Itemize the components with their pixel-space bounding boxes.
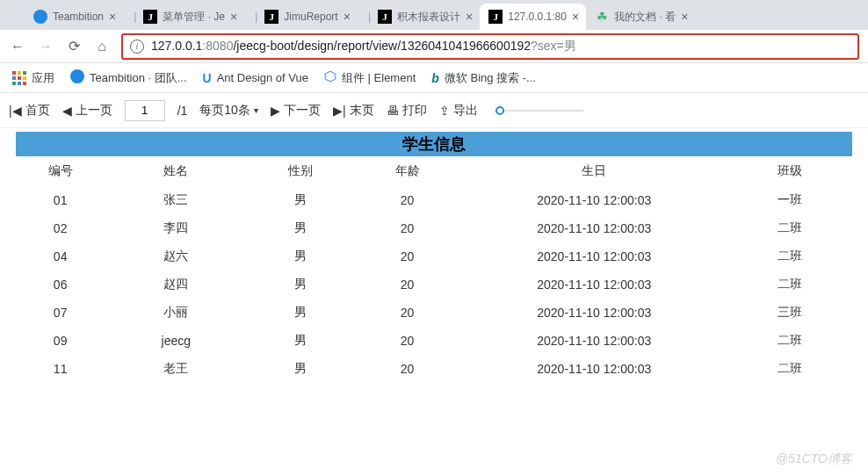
close-icon[interactable]: × (466, 10, 473, 24)
cell-sex: 男 (247, 242, 354, 270)
address-bar: ← → ⟳ ⌂ i 127.0.0.1:8080/jeecg-boot/desi… (0, 30, 868, 63)
apps-icon (12, 71, 26, 85)
col-name: 姓名 (105, 156, 247, 186)
cell-sex: 男 (247, 214, 354, 242)
cell-class: 二班 (727, 214, 852, 242)
report-area: 学生信息 编号 姓名 性别 年龄 生日 班级 01张三男202020-11-10… (0, 128, 868, 383)
bookmark-icon: U (203, 71, 212, 85)
apps-label: 应用 (32, 70, 54, 86)
tab-favicon: J (264, 10, 278, 24)
cell-birthday: 2020-11-10 12:00:03 (460, 270, 727, 299)
watermark: @51CTO博客 (776, 451, 852, 467)
table-row: 07小丽男202020-11-10 12:00:03三班 (16, 299, 852, 327)
cell-sex: 男 (247, 270, 354, 299)
cell-id: 07 (16, 299, 105, 327)
tab-label: Teambition (53, 11, 104, 23)
report-table: 编号 姓名 性别 年龄 生日 班级 01张三男202020-11-10 12:0… (16, 156, 852, 383)
browser-tab[interactable]: |J菜单管理 · Je× (123, 4, 244, 30)
first-page-button[interactable]: |◀ 首页 (9, 103, 50, 119)
table-row: 01张三男202020-11-10 12:00:03一班 (16, 186, 852, 214)
tab-favicon: J (378, 10, 392, 24)
cell-name: jeecg (105, 327, 247, 355)
home-icon[interactable]: ⌂ (93, 39, 111, 54)
back-icon[interactable]: ← (9, 39, 26, 54)
tab-favicon: ☘ (595, 10, 609, 24)
cell-class: 二班 (727, 242, 852, 270)
progress-thumb[interactable] (495, 106, 504, 115)
cell-id: 04 (16, 242, 105, 270)
cell-birthday: 2020-11-10 12:00:03 (460, 186, 727, 214)
bookmark-icon: b (431, 71, 439, 85)
close-icon[interactable]: × (230, 10, 237, 24)
close-icon[interactable]: × (109, 10, 116, 24)
cell-birthday: 2020-11-10 12:00:03 (460, 242, 727, 270)
tab-label: 菜单管理 · Je (163, 10, 225, 25)
progress-track[interactable] (495, 110, 583, 112)
col-sex: 性别 (247, 156, 354, 186)
browser-tab[interactable]: ☘我的文档 · 看× (586, 4, 695, 30)
export-button[interactable]: ⇪ 导出 (439, 103, 478, 119)
browser-tab[interactable]: |JJimuReport× (244, 4, 358, 30)
next-page-button[interactable]: ▶下一页 (271, 103, 321, 119)
tab-favicon: J (143, 10, 157, 24)
page-total: /1 (177, 104, 188, 118)
bookmark-item[interactable]: 组件 | Element (324, 70, 416, 86)
cell-birthday: 2020-11-10 12:00:03 (460, 355, 727, 383)
url-input[interactable]: i 127.0.0.1:8080/jeecg-boot/design/repor… (121, 33, 859, 60)
cell-id: 11 (16, 355, 105, 383)
col-birthday: 生日 (460, 156, 727, 186)
page-size-dropdown[interactable]: 每页10条 ▾ (199, 103, 258, 119)
cell-name: 小丽 (105, 299, 247, 327)
reload-icon[interactable]: ⟳ (65, 38, 83, 54)
bookmark-icon (324, 70, 336, 85)
cell-age: 20 (354, 327, 461, 355)
apps-button[interactable]: 应用 (12, 70, 54, 86)
table-header-row: 编号 姓名 性别 年龄 生日 班级 (16, 156, 852, 186)
bookmark-item[interactable]: b微软 Bing 搜索 -... (431, 70, 536, 86)
cell-id: 06 (16, 270, 105, 299)
close-icon[interactable]: × (344, 10, 351, 24)
cell-age: 20 (354, 270, 461, 299)
bookmark-label: Ant Design of Vue (217, 71, 308, 84)
cell-name: 赵四 (105, 270, 247, 299)
last-page-button[interactable]: ▶| 末页 (333, 103, 374, 119)
print-button[interactable]: 🖶 打印 (387, 103, 427, 119)
table-row: 09jeecg男202020-11-10 12:00:03二班 (16, 327, 852, 355)
tab-label: 我的文档 · 看 (614, 10, 676, 25)
table-row: 02李四男202020-11-10 12:00:03二班 (16, 214, 852, 242)
report-toolbar: |◀ 首页 ◀上一页 /1 每页10条 ▾ ▶下一页 ▶| 末页 🖶 打印 ⇪ … (0, 93, 868, 128)
cell-name: 李四 (105, 214, 247, 242)
cell-name: 张三 (105, 186, 247, 214)
bookmark-label: Teambition · 团队... (90, 70, 187, 86)
forward-icon[interactable]: → (37, 39, 54, 54)
bookmark-item[interactable]: UAnt Design of Vue (203, 71, 308, 85)
bookmark-label: 微软 Bing 搜索 -... (445, 70, 536, 86)
cell-id: 01 (16, 186, 105, 214)
close-icon[interactable]: × (681, 10, 688, 24)
cell-age: 20 (354, 242, 461, 270)
cell-birthday: 2020-11-10 12:00:03 (460, 299, 727, 327)
cell-age: 20 (354, 214, 461, 242)
browser-tab[interactable]: Teambition× (25, 4, 123, 30)
close-icon[interactable]: × (572, 10, 579, 24)
page-number-input[interactable] (125, 100, 165, 121)
report-title: 学生信息 (16, 132, 852, 156)
browser-tab[interactable]: J127.0.0.1:80× (480, 4, 586, 30)
browser-tab[interactable]: |J积木报表设计× (358, 4, 480, 30)
cell-id: 09 (16, 327, 105, 355)
cell-name: 老王 (105, 355, 247, 383)
cell-sex: 男 (247, 355, 354, 383)
prev-page-button[interactable]: ◀上一页 (62, 103, 112, 119)
browser-tab-strip: Teambition×|J菜单管理 · Je×|JJimuReport×|J积木… (0, 0, 868, 30)
cell-birthday: 2020-11-10 12:00:03 (460, 214, 727, 242)
cell-age: 20 (354, 186, 461, 214)
cell-sex: 男 (247, 299, 354, 327)
cell-class: 二班 (727, 327, 852, 355)
site-info-icon[interactable]: i (130, 40, 144, 54)
tab-label: 127.0.0.1:80 (508, 11, 567, 23)
table-row: 04赵六男202020-11-10 12:00:03二班 (16, 242, 852, 270)
cell-sex: 男 (247, 327, 354, 355)
bookmark-item[interactable]: Teambition · 团队... (70, 69, 187, 86)
url-text: 127.0.0.1:8080/jeecg-boot/design/report/… (151, 39, 576, 54)
cell-class: 二班 (727, 270, 852, 299)
